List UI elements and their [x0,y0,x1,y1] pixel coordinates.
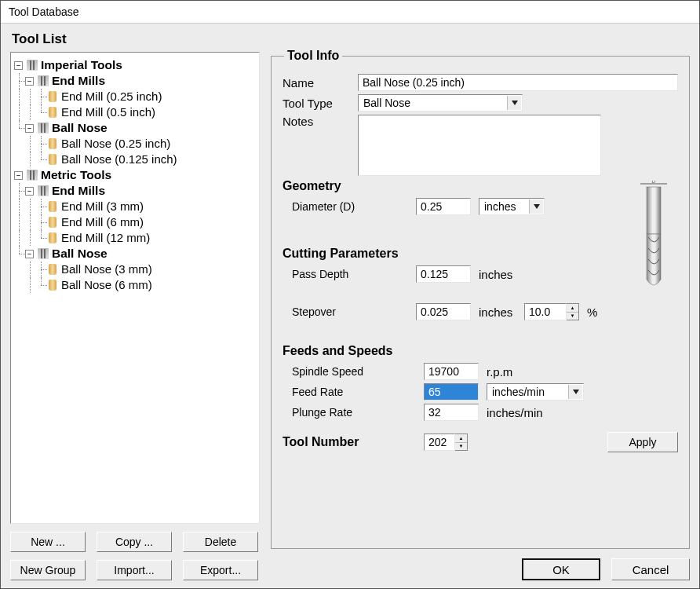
spin-up-icon[interactable]: ▲ [567,304,578,313]
diameter-unit-dropdown[interactable]: inches [479,198,545,215]
feed-rate-label: Feed Rate [292,386,424,398]
apply-button[interactable]: Apply [607,432,678,452]
tool-type-value: Ball Nose [363,97,410,109]
ballnose-icon [49,280,57,291]
window-title: Tool Database [1,1,699,24]
tree-group-imperial-endmills[interactable]: End Mills [52,73,105,89]
stepover-unit: inches [479,305,524,319]
toolgroup-icon [38,75,49,86]
diameter-label: Diameter (D) [292,200,416,213]
tool-type-dropdown[interactable]: Ball Nose [358,94,523,112]
chevron-down-icon [529,199,543,214]
tree-expander[interactable]: − [25,187,34,196]
stepover-label: Stepover [292,305,416,318]
notes-label: Notes [283,115,358,128]
spindle-input[interactable] [424,363,479,380]
tool-name-input[interactable] [358,74,678,91]
tree-item[interactable]: Ball Nose (3 mm) [61,262,152,277]
new-group-button[interactable]: New Group [10,560,86,580]
plunge-rate-input[interactable] [424,404,479,421]
tree-expander[interactable]: − [25,77,34,86]
tree-item[interactable]: End Mill (12 mm) [61,230,150,246]
tool-number-input[interactable] [424,434,455,451]
tree-expander[interactable]: − [14,171,23,180]
endmill-icon [49,232,57,243]
spindle-label: Spindle Speed [292,365,424,378]
tree-item[interactable]: Ball Nose (0.125 inch) [61,152,177,167]
tool-number-spinner[interactable]: ▲▼ [424,434,468,451]
tree-group-metric-endmills[interactable]: End Mills [52,183,105,199]
stepover-pct-spinner[interactable]: ▲▼ [524,303,579,320]
tool-info-legend: Tool Info [284,49,342,63]
cutting-heading: Cutting Parameters [283,247,678,261]
tool-tree[interactable]: − Imperial Tools − End Mills End [10,52,260,524]
svg-rect-2 [647,187,661,234]
tree-item[interactable]: End Mill (6 mm) [61,214,144,230]
tree-expander[interactable]: − [25,124,34,133]
endmill-icon [49,201,57,212]
chevron-down-icon [568,385,582,399]
feed-rate-unit-dropdown[interactable]: inches/min [487,383,584,401]
stepover-pct-input[interactable] [524,303,567,320]
ballnose-icon [49,154,57,165]
export-button[interactable]: Export... [183,560,258,580]
endmill-icon [49,107,57,118]
tree-item[interactable]: End Mill (3 mm) [61,199,144,214]
ballnose-icon [49,264,57,275]
spin-up-icon[interactable]: ▲ [455,434,467,443]
tree-group-imperial-ballnose[interactable]: Ball Nose [52,120,108,136]
toolgroup-icon [38,185,49,196]
spin-down-icon[interactable]: ▼ [567,313,578,320]
name-label: Name [283,76,358,90]
pass-depth-input[interactable] [416,265,471,283]
tree-item[interactable]: Ball Nose (0.25 inch) [61,136,170,152]
toolgroup-icon [27,170,38,181]
feed-rate-input[interactable] [424,383,479,401]
tree-item[interactable]: End Mill (0.5 inch) [61,104,155,120]
tool-list-heading: Tool List [12,31,260,47]
ok-button[interactable]: OK [522,558,600,580]
delete-button[interactable]: Delete [183,532,258,552]
chevron-down-icon [507,96,521,110]
tree-group-imperial[interactable]: Imperial Tools [41,57,122,73]
stepover-input[interactable] [416,303,471,320]
tree-expander[interactable]: − [25,250,34,258]
tree-item[interactable]: Ball Nose (6 mm) [61,277,152,293]
diameter-input[interactable] [416,198,471,215]
tool-type-label: Tool Type [283,97,358,110]
toolgroup-icon [38,248,49,259]
stepover-pct-unit: % [587,305,597,319]
tool-number-label: Tool Number [283,435,424,449]
tree-expander[interactable]: − [14,61,23,70]
tree-item[interactable]: End Mill (0.25 inch) [61,89,162,104]
cancel-button[interactable]: Cancel [611,558,690,580]
tool-preview-icon: D [636,181,672,291]
tool-info-panel: Tool Info Name Tool Type Ball Nose [271,49,690,549]
feeds-heading: Feeds and Speeds [283,344,678,358]
tree-group-metric[interactable]: Metric Tools [41,167,111,183]
pass-depth-label: Pass Depth [292,268,416,280]
endmill-icon [49,217,57,228]
endmill-icon [49,91,57,102]
spindle-unit: r.p.m [487,365,512,379]
spin-down-icon[interactable]: ▼ [455,443,467,451]
toolgroup-icon [38,123,49,134]
tree-group-metric-ballnose[interactable]: Ball Nose [52,246,108,262]
geometry-heading: Geometry [283,179,678,193]
toolgroup-icon [27,60,38,71]
import-button[interactable]: Import... [97,560,172,580]
copy-button[interactable]: Copy ... [97,532,172,552]
plunge-rate-label: Plunge Rate [292,406,424,419]
notes-input[interactable] [358,115,601,176]
plunge-rate-unit: inches/min [487,406,543,419]
new-button[interactable]: New ... [10,532,86,552]
ballnose-icon [49,138,57,149]
svg-text:D: D [652,181,656,184]
pass-depth-unit: inches [479,268,512,281]
